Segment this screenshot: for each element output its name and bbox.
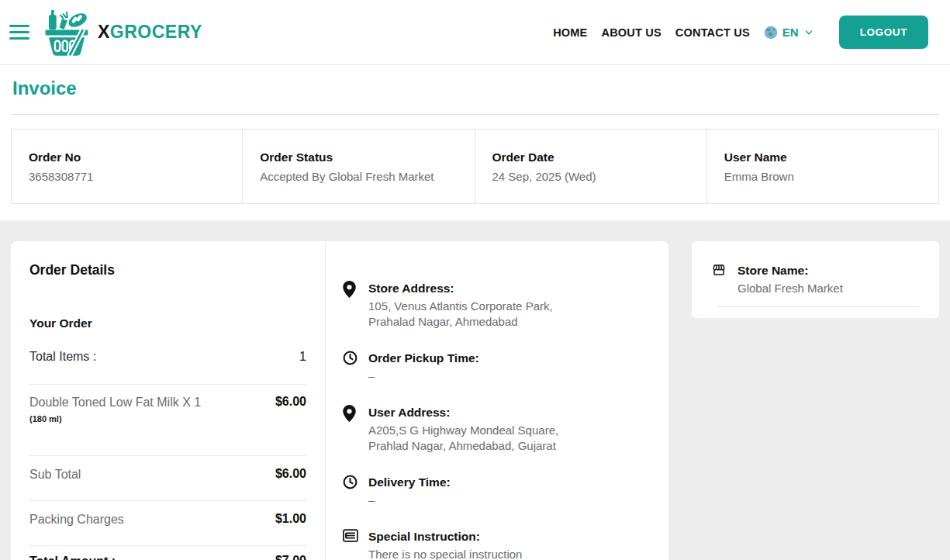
order-date-value: 24 Sep, 2025 (Wed): [492, 170, 689, 183]
order-info-bar: Order No 3658308771 Order Status Accepte…: [11, 129, 939, 204]
special-instruction-label: Special Instruction:: [368, 528, 522, 544]
item-price: $6.00: [275, 395, 306, 409]
storefront-icon: [712, 262, 727, 296]
user-address-label: User Address:: [368, 404, 558, 420]
user-name-label: User Name: [724, 150, 921, 164]
order-pickup-time-label: Order Pickup Time:: [368, 350, 479, 366]
location-pin-icon: [343, 404, 358, 454]
item-variant: (180 ml): [29, 414, 201, 423]
grocery-basket-icon: [42, 9, 92, 57]
order-date-label: Order Date: [492, 150, 689, 164]
store-address-block: Store Address: 105, Venus Atlantis Corpo…: [343, 280, 650, 330]
order-no-value: 3658308771: [29, 170, 225, 183]
store-name-label: Store Name:: [738, 262, 843, 278]
chevron-down-icon: [803, 27, 814, 38]
user-name-value: Emma Brown: [724, 170, 921, 183]
invoice-body: Order Details Your Order Total Items : 1…: [0, 220, 950, 560]
nav-home[interactable]: HOME: [553, 26, 587, 39]
brand-name: XGROCERY: [98, 22, 202, 43]
your-order-label: Your Order: [29, 316, 306, 331]
order-details-column: Order Details Your Order Total Items : 1…: [11, 241, 326, 560]
order-no-cell: Order No 3658308771: [11, 129, 243, 204]
nav-contact-us[interactable]: CONTACT US: [675, 26, 750, 39]
packing-charges-value: $1.00: [275, 512, 306, 526]
subtotal-row: Sub Total $6.00: [29, 455, 306, 500]
language-code: EN: [782, 26, 799, 39]
subtotal-label: Sub Total: [29, 467, 81, 482]
logout-button[interactable]: LOGOUT: [839, 16, 928, 49]
clock-icon: [343, 474, 358, 508]
hamburger-icon[interactable]: [9, 25, 29, 40]
user-address-value: A205,S G Highway Mondeal Square, Prahlad…: [368, 423, 558, 454]
user-address-block: User Address: A205,S G Highway Mondeal S…: [343, 404, 650, 454]
store-name-value: Global Fresh Market: [738, 281, 843, 296]
location-pin-icon: [343, 280, 358, 330]
title-divider: [11, 114, 939, 115]
main-nav: HOME ABOUT US CONTACT US EN LOGOUT: [553, 16, 928, 49]
delivery-time-value: –: [368, 493, 451, 508]
language-selector[interactable]: EN: [764, 26, 814, 40]
order-date-cell: Order Date 24 Sep, 2025 (Wed): [475, 129, 707, 204]
item-name: Double Toned Low Fat Milk X 1: [29, 395, 201, 410]
delivery-time-label: Delivery Time:: [368, 474, 451, 490]
special-instruction-block: Special Instruction: There is no special…: [343, 528, 650, 560]
packing-charges-row: Packing Charges $1.00: [29, 500, 306, 545]
special-instruction-value: There is no special instruction: [368, 547, 522, 560]
total-amount-value: $7.00: [275, 554, 306, 560]
brand-logo[interactable]: XGROCERY: [42, 9, 202, 57]
page-title: Invoice: [12, 78, 939, 99]
invoice-page: Invoice Order No 3658308771 Order Status…: [0, 78, 950, 204]
nav-about-us[interactable]: ABOUT US: [601, 26, 661, 39]
order-status-value: Accepted By Global Fresh Market: [260, 170, 457, 183]
total-amount-row: Total Amount : $7.00: [29, 545, 306, 560]
store-address-value: 105, Venus Atlantis Corporate Park, Prah…: [368, 299, 553, 330]
order-status-label: Order Status: [260, 150, 457, 164]
order-details-title: Order Details: [29, 261, 306, 278]
order-details-card: Order Details Your Order Total Items : 1…: [11, 241, 668, 560]
globe-icon: [764, 26, 778, 40]
list-icon: [343, 528, 358, 560]
total-items-row: Total Items : 1: [29, 349, 306, 364]
store-address-label: Store Address:: [368, 280, 553, 296]
subtotal-value: $6.00: [275, 467, 306, 481]
store-name-card: Store Name: Global Fresh Market: [692, 241, 939, 318]
delivery-info-column: Store Address: 105, Venus Atlantis Corpo…: [326, 241, 668, 560]
order-item-row: Double Toned Low Fat Milk X 1 (180 ml) $…: [29, 384, 306, 455]
total-items-value: 1: [299, 349, 306, 364]
header: XGROCERY HOME ABOUT US CONTACT US EN LOG…: [0, 0, 950, 65]
packing-charges-label: Packing Charges: [29, 512, 124, 527]
delivery-time-block: Delivery Time: –: [343, 474, 650, 508]
store-card-divider: [717, 306, 919, 307]
clock-icon: [343, 350, 358, 384]
order-no-label: Order No: [29, 150, 225, 164]
order-pickup-time-block: Order Pickup Time: –: [343, 350, 650, 384]
user-name-cell: User Name Emma Brown: [706, 129, 939, 204]
order-pickup-time-value: –: [368, 368, 479, 384]
total-amount-label: Total Amount :: [29, 554, 116, 560]
total-items-label: Total Items :: [29, 349, 96, 364]
order-status-cell: Order Status Accepted By Global Fresh Ma…: [242, 129, 475, 204]
